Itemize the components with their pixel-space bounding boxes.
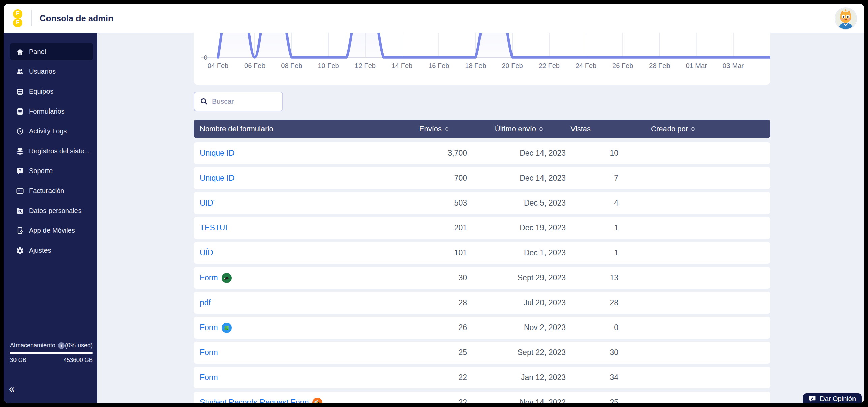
sidebar-item-formularios[interactable]: Formularios: [10, 103, 93, 120]
form-name-link[interactable]: TESTUI: [200, 223, 227, 232]
svg-text:01 Mar: 01 Mar: [686, 62, 707, 69]
form-avatar-clover-blue: [222, 323, 232, 333]
form-name-link[interactable]: Unique ID: [200, 149, 234, 158]
cell-envios: 26: [387, 323, 468, 332]
search-box[interactable]: [194, 92, 283, 111]
form-name-link[interactable]: UÍD: [200, 248, 213, 257]
info-icon[interactable]: i: [58, 342, 65, 349]
cell-ultimo-envio: Dec 14, 2023: [468, 174, 566, 183]
search-input[interactable]: [212, 97, 278, 105]
page-title: Consola de admin: [40, 13, 114, 23]
form-name-link[interactable]: Unique ID: [200, 174, 234, 183]
feedback-button[interactable]: Dar Opinión: [803, 393, 862, 403]
table-row: Unique ID3,700Dec 14, 202310: [194, 142, 770, 164]
cell-ultimo-envio: Dec 14, 2023: [468, 149, 566, 158]
sidebar-item-label: App de Móviles: [29, 227, 75, 234]
sidebar-item-label: Usuarios: [29, 68, 56, 75]
sidebar-item-panel[interactable]: Panel: [10, 43, 93, 60]
column-header-vistas: Vistas: [566, 125, 619, 133]
cell-envios: 30: [387, 273, 468, 282]
sidebar-item-app-moviles[interactable]: App de Móviles: [10, 222, 93, 239]
cell-vistas: 4: [566, 198, 619, 208]
sort-icon: [691, 126, 695, 132]
database-icon: [16, 147, 24, 155]
form-name-link[interactable]: pdf: [200, 298, 211, 307]
svg-text:12 Feb: 12 Feb: [355, 62, 376, 69]
sidebar-item-label: Formularios: [29, 107, 65, 115]
column-label: Envíos: [419, 125, 442, 133]
storage-max: 453600 GB: [64, 357, 93, 364]
sidebar-item-soporte[interactable]: ?Soporte: [10, 162, 93, 180]
svg-text:24 Feb: 24 Feb: [576, 62, 596, 69]
sidebar-collapse-button[interactable]: «: [9, 384, 15, 394]
form-name-link[interactable]: Form: [200, 348, 218, 357]
svg-text:06 Feb: 06 Feb: [244, 62, 265, 69]
feedback-chat-icon: [808, 395, 816, 403]
form-name-link[interactable]: Form: [200, 373, 218, 382]
column-label: Último envío: [495, 125, 536, 133]
cell-vistas: 34: [566, 373, 619, 382]
cat-avatar[interactable]: [835, 8, 856, 29]
sidebar-item-label: Panel: [29, 48, 46, 56]
gear-icon: [16, 247, 24, 255]
window-frame: E E Consola de admin: [0, 0, 868, 407]
sidebar-item-datos-personales[interactable]: Datos personales: [10, 202, 93, 219]
sidebar-item-facturacion[interactable]: Facturación: [10, 182, 93, 199]
cell-envios: 700: [387, 174, 468, 183]
svg-text:20 Feb: 20 Feb: [502, 62, 523, 69]
cell-ultimo-envio: Nov 14, 2022: [468, 398, 566, 403]
form-name-link[interactable]: UID': [200, 198, 215, 208]
sidebar-item-usuarios[interactable]: Usuarios: [10, 63, 93, 80]
sidebar-item-registros-sistema[interactable]: Registros del siste...: [10, 143, 93, 160]
form-name-link[interactable]: Form: [200, 273, 218, 282]
svg-text:28 Feb: 28 Feb: [649, 62, 670, 69]
cell-vistas: 13: [566, 273, 619, 282]
cell-vistas: 1: [566, 248, 619, 257]
svg-text:18 Feb: 18 Feb: [465, 62, 486, 69]
table-header: Nombre del formularioEnvíosÚltimo envíoV…: [194, 120, 770, 138]
column-header-nombre: Nombre del formulario: [194, 125, 387, 133]
cell-ultimo-envio: Nov 2, 2023: [468, 323, 566, 332]
svg-text:?: ?: [19, 168, 21, 173]
table-row: pdf28Jul 20, 202328: [194, 292, 770, 314]
sort-icon: [445, 126, 449, 132]
svg-text:04 Feb: 04 Feb: [208, 62, 228, 69]
svg-text:14 Feb: 14 Feb: [392, 62, 412, 69]
support-chat-icon: ?: [16, 167, 24, 175]
home-icon: [16, 48, 24, 56]
column-header-creado-por[interactable]: Creado por: [619, 125, 770, 133]
cell-vistas: 7: [566, 174, 619, 183]
teams-grid-icon: [16, 88, 24, 96]
sidebar-item-ajustes[interactable]: Ajustes: [10, 242, 93, 259]
storage-used-label: (0% used): [65, 342, 93, 349]
table-row: Student Records Request Form22Nov 14, 20…: [194, 392, 770, 403]
ee-logo-circle: E: [13, 9, 22, 19]
table-row: Form30Sept 29, 202313: [194, 267, 770, 289]
app-header: E E Consola de admin: [4, 4, 864, 33]
sidebar-item-activity-logs[interactable]: Activity Logs: [10, 123, 93, 140]
mobile-gear-icon: [16, 227, 24, 235]
cell-ultimo-envio: Dec 5, 2023: [468, 198, 566, 208]
table-row: Unique ID700Dec 14, 20237: [194, 167, 770, 189]
cell-vistas: 10: [566, 149, 619, 158]
svg-text:16 Feb: 16 Feb: [428, 62, 449, 69]
column-header-ultimo-envio[interactable]: Último envío: [468, 125, 566, 133]
ee-logo-letter: E: [16, 11, 20, 17]
cell-envios: 28: [387, 298, 468, 307]
cell-envios: 22: [387, 373, 468, 382]
form-avatar-bee-orange: [312, 398, 322, 404]
table-body: Unique ID3,700Dec 14, 202310Unique ID700…: [194, 142, 770, 403]
storage-widget: Almacenamiento i (0% used) 30 GB 453600 …: [10, 342, 93, 364]
submissions-chart: 04 Feb06 Feb08 Feb10 Feb12 Feb14 Feb16 F…: [194, 33, 770, 85]
column-header-envios[interactable]: Envíos: [387, 125, 468, 133]
storage-label: Almacenamiento: [10, 342, 55, 349]
sidebar-item-equipos[interactable]: Equipos: [10, 83, 93, 100]
form-name-link[interactable]: Student Records Request Form: [200, 398, 309, 403]
cell-ultimo-envio: Jul 20, 2023: [468, 298, 566, 307]
sidebar-item-label: Activity Logs: [29, 127, 67, 135]
cell-ultimo-envio: Sept 29, 2023: [468, 273, 566, 282]
sort-icon: [539, 126, 543, 132]
form-name-link[interactable]: Form: [200, 323, 218, 332]
table-row: Form25Sept 22, 202330: [194, 342, 770, 364]
ee-logo-circle: E: [13, 18, 22, 27]
